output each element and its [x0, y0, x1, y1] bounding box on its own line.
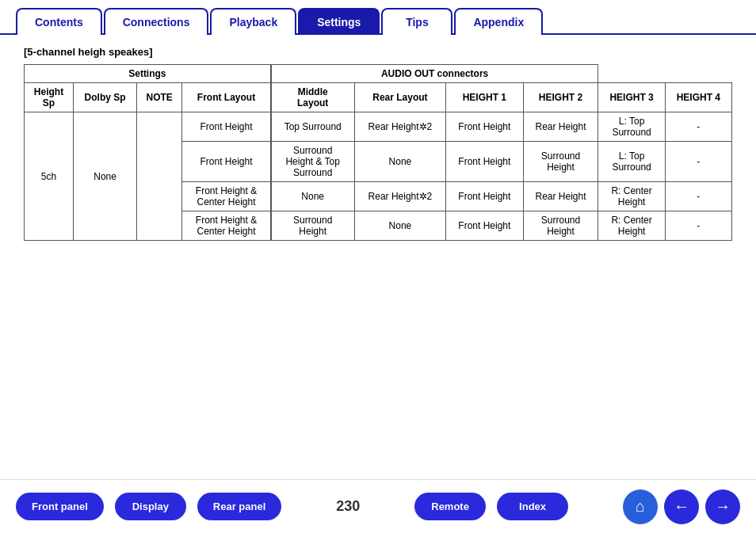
cell-h2-4: SurroundHeight — [523, 211, 598, 241]
cell-h3-1: L: TopSurround — [598, 112, 665, 142]
group-header-audio: AUDIO OUT connectors — [271, 65, 598, 83]
main-content: [5-channel heigh speakes] Settings AUDIO… — [0, 35, 756, 249]
footer: Front panel Display Rear panel 230 Remot… — [0, 479, 756, 533]
footer-nav-icons: ⌂ ← → — [623, 489, 740, 524]
forward-button[interactable]: → — [705, 489, 740, 524]
col-height4: HEIGHT 4 — [665, 83, 731, 112]
tab-settings[interactable]: Settings — [298, 8, 380, 35]
cell-h1-1: Front Height — [446, 112, 523, 142]
back-button[interactable]: ← — [664, 489, 699, 524]
cell-middle-layout-3: None — [271, 182, 354, 211]
cell-middle-layout-4: SurroundHeight — [271, 211, 354, 241]
cell-front-layout-1: Front Height — [182, 112, 271, 142]
cell-h4-3: - — [665, 182, 731, 211]
cell-rear-layout-2: None — [354, 142, 446, 182]
speaker-table: Settings AUDIO OUT connectors HeightSp D… — [24, 64, 732, 241]
cell-h2-1: Rear Height — [523, 112, 598, 142]
home-button[interactable]: ⌂ — [623, 489, 658, 524]
cell-rear-layout-4: None — [354, 211, 446, 241]
cell-h1-3: Front Height — [446, 182, 523, 211]
remote-button[interactable]: Remote — [414, 493, 486, 520]
display-button[interactable]: Display — [115, 493, 186, 520]
cell-h2-3: Rear Height — [523, 182, 598, 211]
front-panel-button[interactable]: Front panel — [16, 493, 104, 520]
footer-right-buttons: Remote Index — [414, 493, 568, 520]
page-number: 230 — [336, 498, 360, 515]
cell-h2-2: SurroundHeight — [523, 142, 598, 182]
cell-front-layout-3: Front Height &Center Height — [182, 182, 271, 211]
cell-middle-layout-2: SurroundHeight & TopSurround — [271, 142, 354, 182]
cell-h3-2: L: TopSurround — [598, 142, 665, 182]
col-front-layout: Front Layout — [182, 83, 271, 112]
index-button[interactable]: Index — [497, 493, 568, 520]
col-height3: HEIGHT 3 — [598, 83, 665, 112]
navigation-tabs: Contents Connections Playback Settings T… — [0, 0, 756, 35]
col-dolby-sp: Dolby Sp — [74, 83, 137, 112]
col-note: NOTE — [137, 83, 182, 112]
tab-connections[interactable]: Connections — [104, 8, 209, 35]
cell-middle-layout-1: Top Surround — [271, 112, 354, 142]
col-height2: HEIGHT 2 — [523, 83, 598, 112]
tab-contents[interactable]: Contents — [16, 8, 102, 35]
cell-note — [137, 112, 182, 241]
cell-h4-2: - — [665, 142, 731, 182]
tab-playback[interactable]: Playback — [210, 8, 296, 35]
section-title: [5-channel heigh speakes] — [24, 46, 732, 58]
rear-panel-button[interactable]: Rear panel — [197, 493, 281, 520]
cell-h3-4: R: CenterHeight — [598, 211, 665, 241]
cell-rear-layout-1: Rear Height✲2 — [354, 112, 446, 142]
col-middle-layout: MiddleLayout — [271, 83, 354, 112]
cell-rear-layout-3: Rear Height✲2 — [354, 182, 446, 211]
tab-tips[interactable]: Tips — [381, 8, 452, 35]
col-height1: HEIGHT 1 — [446, 83, 523, 112]
group-header-settings: Settings — [25, 65, 271, 83]
tab-appendix[interactable]: Appendix — [454, 8, 543, 35]
table-row: 5ch None Front Height Top Surround Rear … — [25, 112, 732, 142]
cell-h1-4: Front Height — [446, 211, 523, 241]
col-height-sp: HeightSp — [25, 83, 74, 112]
cell-h3-3: R: CenterHeight — [598, 182, 665, 211]
cell-front-layout-2: Front Height — [182, 142, 271, 182]
cell-height-sp: 5ch — [25, 112, 74, 241]
cell-dolby-sp: None — [74, 112, 137, 241]
col-rear-layout: Rear Layout — [354, 83, 446, 112]
cell-front-layout-4: Front Height &Center Height — [182, 211, 271, 241]
cell-h1-2: Front Height — [446, 142, 523, 182]
footer-left-buttons: Front panel Display Rear panel — [16, 493, 281, 520]
cell-h4-1: - — [665, 112, 731, 142]
cell-h4-4: - — [665, 211, 731, 241]
